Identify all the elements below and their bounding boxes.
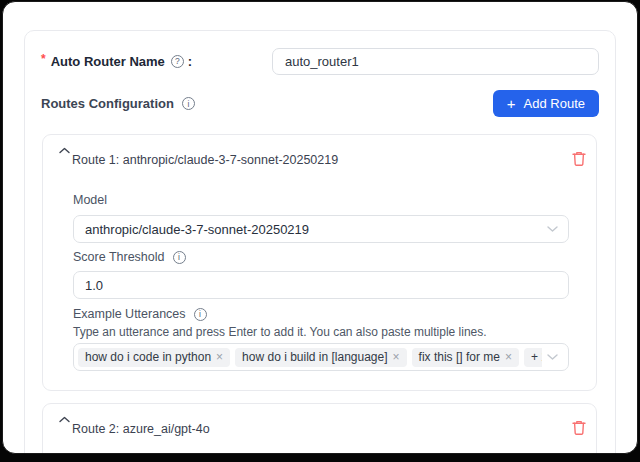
- required-asterisk: *: [41, 52, 46, 66]
- question-circle-icon[interactable]: ?: [171, 55, 184, 68]
- remove-tag-icon[interactable]: ×: [216, 351, 223, 363]
- utterance-tags: how do i code in python×how do i build i…: [78, 348, 542, 367]
- model-select[interactable]: anthropic/claude-3-7-sonnet-20250219: [73, 215, 569, 243]
- info-circle-icon[interactable]: i: [194, 308, 207, 321]
- model-label-wrap: Model: [73, 193, 107, 207]
- example-utterances-label: Example Utterances: [73, 307, 186, 321]
- route-1-title[interactable]: Route 1: anthropic/claude-3-7-sonnet-202…: [72, 153, 338, 167]
- add-route-button[interactable]: + Add Route: [493, 90, 599, 117]
- remove-tag-icon[interactable]: ×: [393, 351, 400, 363]
- utterances-helper-text: Type an utterance and press Enter to add…: [73, 325, 487, 339]
- utterance-overflow-tag[interactable]: + 1 ...: [524, 348, 542, 367]
- route-2-title[interactable]: Route 2: azure_ai/gpt-4o: [72, 422, 210, 436]
- model-select-value: anthropic/claude-3-7-sonnet-20250219: [85, 222, 309, 237]
- score-threshold-label: Score Threshold: [73, 250, 165, 264]
- auto-router-name-label: Auto Router Name: [51, 54, 165, 69]
- route-1-card: Route 1: anthropic/claude-3-7-sonnet-202…: [42, 134, 597, 391]
- utterances-multiselect[interactable]: how do i code in python×how do i build i…: [73, 343, 569, 371]
- auto-router-name-row: * Auto Router Name ? : auto_router1: [41, 47, 599, 75]
- route-2-card: Route 2: azure_ai/gpt-4o: [42, 403, 597, 454]
- auto-router-name-label-wrap: * Auto Router Name ? :: [41, 54, 272, 69]
- label-colon: :: [188, 54, 192, 69]
- utterance-tag-label: fix this [] for me: [419, 350, 500, 364]
- info-circle-icon[interactable]: i: [173, 251, 186, 264]
- auto-router-name-input[interactable]: auto_router1: [272, 48, 599, 75]
- score-threshold-value: 1.0: [85, 278, 103, 293]
- add-route-button-label: Add Route: [524, 96, 585, 111]
- score-threshold-label-wrap: Score Threshold i: [73, 250, 186, 264]
- remove-tag-icon[interactable]: ×: [505, 351, 512, 363]
- utterance-tag-label: how do i build in [language]: [242, 350, 387, 364]
- auto-router-config-window: * Auto Router Name ? : auto_router1 Rout…: [2, 1, 638, 454]
- example-utterances-label-wrap: Example Utterances i: [73, 307, 207, 321]
- collapse-chevron-up-icon[interactable]: [59, 147, 70, 154]
- delete-route-2-icon[interactable]: [571, 418, 588, 436]
- chevron-down-icon: [547, 226, 558, 233]
- utterance-tag: how do i build in [language]×: [235, 348, 406, 367]
- delete-route-1-icon[interactable]: [571, 149, 588, 167]
- chevron-down-icon: [547, 354, 558, 361]
- model-label: Model: [73, 193, 107, 207]
- routes-configuration-label: Routes Configuration: [41, 96, 174, 111]
- collapse-chevron-up-icon[interactable]: [59, 416, 70, 423]
- auto-router-name-value: auto_router1: [285, 54, 359, 69]
- utterance-tag: fix this [] for me×: [412, 348, 519, 367]
- info-circle-icon[interactable]: i: [182, 97, 195, 110]
- utterance-tag: how do i code in python×: [78, 348, 230, 367]
- plus-icon: +: [507, 96, 516, 111]
- routes-configuration-row: Routes Configuration i + Add Route: [41, 90, 599, 117]
- routes-configuration-label-wrap: Routes Configuration i: [41, 96, 195, 111]
- auto-router-form: * Auto Router Name ? : auto_router1 Rout…: [24, 30, 616, 454]
- utterance-tag-label: how do i code in python: [85, 350, 211, 364]
- score-threshold-input[interactable]: 1.0: [73, 271, 569, 299]
